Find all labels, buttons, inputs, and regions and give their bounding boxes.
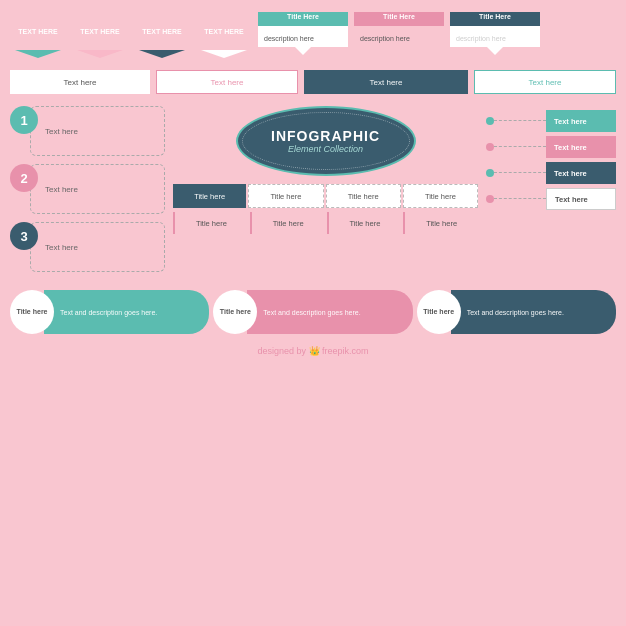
info-card-1: Title here Text and description goes her… (213, 290, 412, 334)
arrow-label-1: Text here (486, 136, 616, 158)
row1-ribbons: TEXT HERE TEXT HERE TEXT HERE TEXT HERE … (0, 0, 626, 58)
ic-circle-1: Title here (213, 290, 257, 334)
bubble-pink: Title Here description here (354, 12, 444, 55)
num-item-2: 2 Text here (10, 164, 165, 214)
footer: designed by 👑 freepik.com (0, 338, 626, 360)
ic-body-2: Text and description goes here. (451, 290, 616, 334)
al-text-3: Text here (546, 188, 616, 210)
ribbon-teal: TEXT HERE (10, 12, 66, 58)
row2-banners: Text here Text here Text here Text here (0, 62, 626, 102)
tg2-item-1: Title here (250, 212, 325, 234)
ribbon-pink: TEXT HERE (72, 12, 128, 58)
banner-teal: Text here (474, 70, 616, 94)
num-box-1: Text here (30, 106, 165, 156)
infographic-title: INFOGRAPHIC (271, 128, 380, 144)
infographic-subtitle: Element Collection (288, 144, 363, 154)
num-box-2: Text here (30, 164, 165, 214)
ic-circle-0: Title here (10, 290, 54, 334)
tg-item-3: Title here (403, 184, 478, 208)
num-item-1: 1 Text here (10, 106, 165, 156)
tg-item-2: Title here (326, 184, 401, 208)
tg-item-1: Title here (248, 184, 323, 208)
arrow-label-0: Text here (486, 110, 616, 132)
info-card-0: Title here Text and description goes her… (10, 290, 209, 334)
tg2-item-3: Title here (403, 212, 478, 234)
numbered-list: 1 Text here 2 Text here 3 Text here (10, 106, 165, 280)
bottom-cards: Title here Text and description goes her… (0, 284, 626, 334)
banner-white: Text here (10, 70, 150, 94)
al-text-0: Text here (546, 110, 616, 132)
ribbon-white: TEXT HERE (196, 12, 252, 58)
arrow-labels: Text here Text here Text here Text here (486, 106, 616, 280)
tg2-item-2: Title here (327, 212, 402, 234)
bubble-teal: Title Here description here (258, 12, 348, 55)
ic-circle-2: Title here (417, 290, 461, 334)
num-circle-2: 2 (10, 164, 38, 192)
ic-body-1: Text and description goes here. (247, 290, 412, 334)
title-grid-row2: Title here Title here Title here Title h… (173, 212, 478, 234)
arrow-label-3: Text here (486, 188, 616, 210)
al-text-2: Text here (546, 162, 616, 184)
info-card-2: Title here Text and description goes her… (417, 290, 616, 334)
ribbon-dark: TEXT HERE (134, 12, 190, 58)
center-content: INFOGRAPHIC Element Collection Title her… (173, 106, 478, 280)
banner-dark: Text here (304, 70, 468, 94)
main-area: 1 Text here 2 Text here 3 Text here (0, 106, 626, 280)
arrow-label-2: Text here (486, 162, 616, 184)
num-circle-3: 3 (10, 222, 38, 250)
footer-brand: freepik.com (322, 346, 369, 356)
title-grid-row1: Title here Title here Title here Title h… (173, 184, 478, 208)
tg-item-0: Title here (173, 184, 246, 208)
al-text-1: Text here (546, 136, 616, 158)
num-item-3: 3 Text here (10, 222, 165, 272)
num-box-3: Text here (30, 222, 165, 272)
num-circle-1: 1 (10, 106, 38, 134)
banner-pink: Text here (156, 70, 298, 94)
infographic-badge: INFOGRAPHIC Element Collection (236, 106, 416, 176)
ic-body-0: Text and description goes here. (44, 290, 209, 334)
bubble-dark: Title Here description here (450, 12, 540, 55)
tg2-item-0: Title here (173, 212, 248, 234)
footer-text: designed by (257, 346, 306, 356)
